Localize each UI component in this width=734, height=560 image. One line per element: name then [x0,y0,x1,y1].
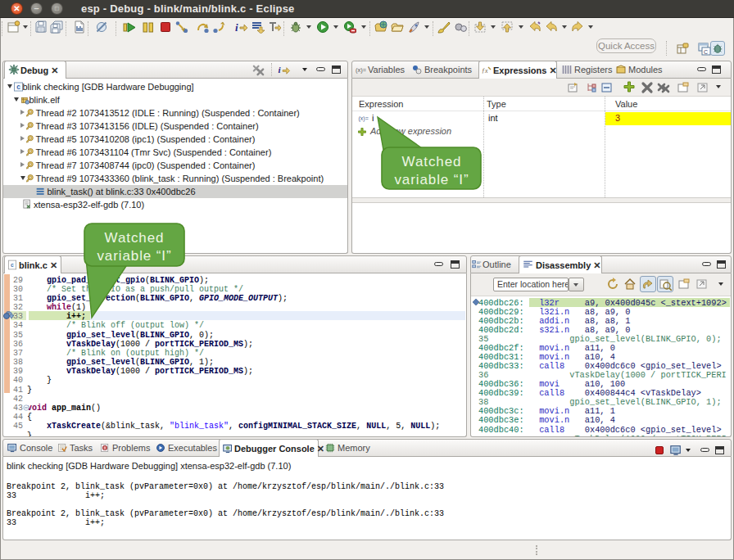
svg-text:variable “I”: variable “I” [394,172,469,187]
svg-text:Watched: Watched [105,230,165,246]
svg-text:Watched: Watched [402,154,462,169]
svg-text:variable “I”: variable “I” [97,248,171,264]
